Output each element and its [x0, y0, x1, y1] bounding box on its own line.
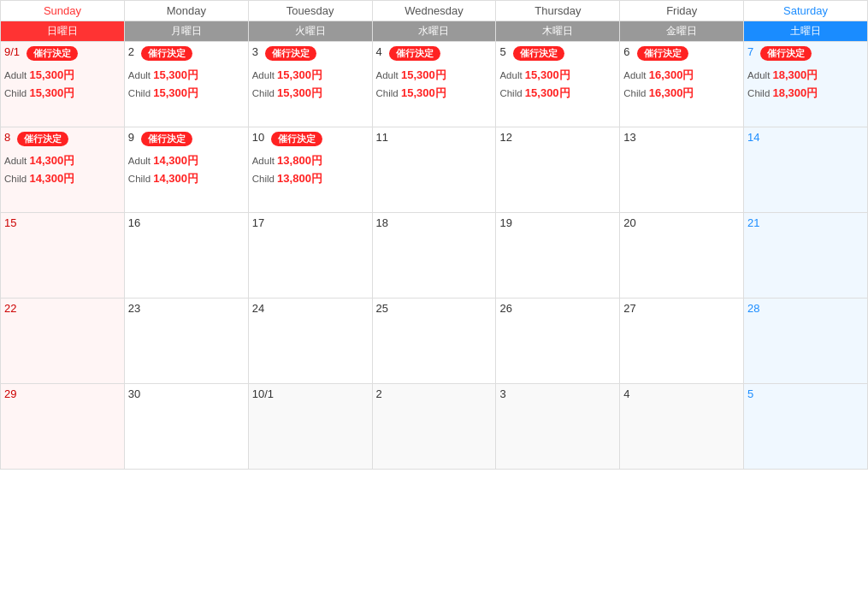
day-cell: 28 [744, 299, 868, 384]
calendar-header: SundayMondayTouesdayWednesdayThursdayFri… [1, 1, 868, 21]
day-cell: 12 [496, 127, 620, 213]
day-cell: 3催行決定Adult 15,300円Child 15,300円 [248, 42, 372, 127]
day-cell: 10催行決定Adult 13,800円Child 13,800円 [248, 127, 372, 213]
day-number: 11 [376, 131, 388, 144]
day-cell: 5催行決定Adult 15,300円Child 15,300円 [496, 42, 620, 127]
day-cell: 23 [124, 299, 248, 384]
col-subheader-0: 日曜日 [1, 21, 125, 42]
child-price: Child 14,300円 [4, 170, 121, 188]
calendar-week-1: 9/1催行決定Adult 15,300円Child 15,300円2催行決定Ad… [1, 42, 868, 127]
event-badge[interactable]: 催行決定 [513, 46, 564, 61]
adult-price: Adult 15,300円 [376, 67, 493, 85]
day-cell: 26 [496, 299, 620, 384]
day-cell: 22 [1, 299, 125, 384]
day-number: 6 [623, 45, 629, 58]
event-badge[interactable]: 催行決定 [141, 132, 192, 146]
day-cell: 5 [744, 384, 868, 470]
col-header-weekday: Wednesday [372, 1, 496, 21]
day-cell: 7催行決定Adult 18,300円Child 18,300円 [744, 42, 868, 127]
day-number: 27 [623, 302, 635, 315]
day-number: 3 [499, 387, 505, 400]
day-number: 19 [499, 216, 511, 229]
calendar-week-5: 293010/12345 [1, 384, 868, 470]
child-price: Child 14,300円 [128, 170, 245, 188]
day-number: 9/1 [4, 45, 20, 58]
day-number: 2 [376, 387, 382, 400]
day-cell: 14 [744, 127, 868, 213]
adult-price: Adult 14,300円 [128, 152, 245, 170]
day-number: 2 [128, 45, 134, 58]
day-number: 22 [4, 302, 16, 315]
day-cell: 21 [744, 213, 868, 299]
day-number: 15 [4, 216, 16, 229]
day-cell: 15 [1, 213, 125, 299]
col-header-weekday: Touesday [248, 1, 372, 21]
col-header-weekday: Friday [620, 1, 744, 21]
adult-price: Adult 13,800円 [252, 152, 369, 170]
event-badge[interactable]: 催行決定 [17, 132, 68, 146]
day-cell: 9催行決定Adult 14,300円Child 14,300円 [124, 127, 248, 213]
day-cell: 30 [124, 384, 248, 470]
day-cell: 16 [124, 213, 248, 299]
day-number: 7 [747, 45, 753, 58]
day-number: 5 [747, 387, 753, 400]
day-number: 25 [376, 302, 388, 315]
day-cell: 2 [372, 384, 496, 470]
event-badge[interactable]: 催行決定 [637, 46, 688, 61]
day-number: 18 [376, 216, 388, 229]
col-subheader-4: 木曜日 [496, 21, 620, 42]
col-subheader-5: 金曜日 [620, 21, 744, 42]
col-header-sunday: Sunday [1, 1, 125, 21]
calendar-subheader: 日曜日月曜日火曜日水曜日木曜日金曜日土曜日 [1, 21, 868, 42]
event-badge[interactable]: 催行決定 [271, 132, 322, 146]
adult-price: Adult 15,300円 [4, 67, 121, 85]
day-cell: 13 [620, 127, 744, 213]
event-badge[interactable]: 催行決定 [389, 46, 440, 61]
day-number: 10 [252, 131, 264, 144]
col-header-weekday: Thursday [496, 1, 620, 21]
day-number: 13 [623, 131, 635, 144]
adult-price: Adult 15,300円 [128, 67, 245, 85]
col-subheader-3: 水曜日 [372, 21, 496, 42]
event-badge[interactable]: 催行決定 [265, 46, 316, 61]
day-cell: 24 [248, 299, 372, 384]
day-number: 3 [252, 45, 258, 58]
calendar-week-4: 22232425262728 [1, 299, 868, 384]
day-number: 26 [499, 302, 511, 315]
day-number: 23 [128, 302, 140, 315]
adult-price: Adult 15,300円 [252, 67, 369, 85]
day-number: 30 [128, 387, 140, 400]
child-price: Child 15,300円 [499, 85, 616, 103]
event-badge[interactable]: 催行決定 [27, 46, 78, 61]
day-cell: 4 [620, 384, 744, 470]
day-number: 28 [747, 302, 759, 315]
event-badge[interactable]: 催行決定 [141, 46, 192, 61]
day-number: 8 [4, 131, 10, 144]
day-cell: 25 [372, 299, 496, 384]
day-number: 4 [623, 387, 629, 400]
adult-price: Adult 16,300円 [623, 67, 740, 85]
adult-price: Adult 14,300円 [4, 152, 121, 170]
day-number: 14 [747, 131, 759, 144]
day-cell: 27 [620, 299, 744, 384]
day-cell: 18 [372, 213, 496, 299]
child-price: Child 15,300円 [376, 85, 493, 103]
day-number: 5 [499, 45, 505, 58]
day-cell: 10/1 [248, 384, 372, 470]
event-badge[interactable]: 催行決定 [760, 46, 812, 61]
child-price: Child 16,300円 [623, 85, 740, 103]
day-cell: 29 [1, 384, 125, 470]
day-cell: 9/1催行決定Adult 15,300円Child 15,300円 [1, 42, 125, 127]
child-price: Child 13,800円 [252, 170, 369, 188]
day-number: 9 [128, 131, 134, 144]
day-cell: 2催行決定Adult 15,300円Child 15,300円 [124, 42, 248, 127]
day-cell: 20 [620, 213, 744, 299]
child-price: Child 15,300円 [128, 85, 245, 103]
col-subheader-2: 火曜日 [248, 21, 372, 42]
day-number: 12 [499, 131, 511, 144]
day-number: 10/1 [252, 387, 274, 400]
day-cell: 6催行決定Adult 16,300円Child 16,300円 [620, 42, 744, 127]
day-cell: 8催行決定Adult 14,300円Child 14,300円 [1, 127, 125, 213]
calendar-week-2: 8催行決定Adult 14,300円Child 14,300円9催行決定Adul… [1, 127, 868, 213]
day-cell: 3 [496, 384, 620, 470]
